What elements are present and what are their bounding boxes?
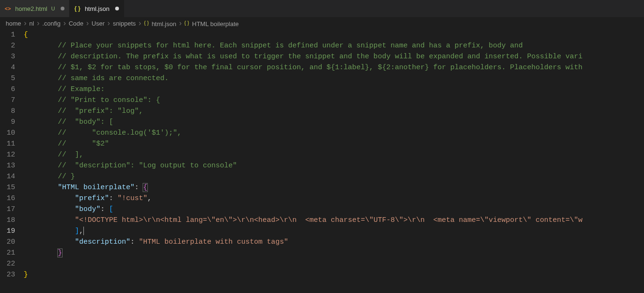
line-number: 12 — [3, 149, 15, 160]
code-line[interactable]: "HTML boilerplate": { — [24, 182, 644, 193]
line-number: 7 — [3, 95, 15, 106]
code-token: // "prefix": "log", — [58, 107, 143, 115]
code-line[interactable]: // description. The prefix is what is us… — [24, 51, 644, 62]
code-token: } — [24, 271, 28, 279]
unsaved-indicator-icon — [115, 7, 119, 10]
line-number: 18 — [3, 215, 15, 226]
code-line[interactable]: "<!DOCTYPE html>\r\n<html lang=\"en\">\r… — [24, 215, 644, 226]
breadcrumb-label: home — [6, 20, 21, 27]
code-token: } — [58, 249, 62, 257]
code-token: "prefix" — [75, 194, 109, 202]
line-number: 20 — [3, 237, 15, 247]
chevron-right-icon: › — [107, 19, 111, 27]
svg-text:{ }: { } — [74, 5, 81, 12]
breadcrumb: home›nl›.config›Code›User›snippets›{ }ht… — [0, 17, 644, 29]
code-content[interactable]: { // Place your snippets for html here. … — [24, 29, 644, 293]
code-token: // "Print to console": { — [58, 96, 160, 104]
code-token: "description" — [75, 238, 130, 246]
code-line[interactable]: // Example: — [24, 84, 644, 95]
code-line[interactable]: "prefix": "!cust", — [24, 193, 644, 204]
line-number: 1 — [3, 29, 15, 40]
chevron-right-icon: › — [85, 19, 90, 27]
chevron-right-icon: › — [36, 19, 40, 27]
code-token: // ], — [58, 151, 83, 159]
code-line[interactable]: // same ids are connected. — [24, 73, 644, 84]
code-line[interactable]: "description": "HTML boilerplate with cu… — [24, 237, 644, 247]
chevron-right-icon: › — [23, 19, 27, 27]
chevron-right-icon: › — [178, 19, 182, 27]
breadcrumb-item[interactable]: Code — [69, 20, 83, 27]
tab-label: home2.html — [15, 5, 47, 12]
code-token: { — [143, 183, 147, 192]
breadcrumb-label: snippets — [113, 20, 136, 27]
svg-text:{ }: { } — [184, 19, 189, 25]
code-token: : — [135, 183, 143, 192]
line-number-gutter: 1234567891011121314151617181920212223 — [0, 29, 24, 293]
code-token: // Place your snippets for html here. Ea… — [58, 42, 523, 50]
code-line[interactable]: // ], — [24, 149, 644, 160]
editor-tab-html-json[interactable]: { }html.json — [70, 0, 124, 17]
html-file-icon: <> — [5, 5, 12, 12]
code-token: "body" — [75, 205, 100, 213]
breadcrumb-label: User — [91, 20, 104, 27]
json-file-icon: { } — [74, 5, 82, 12]
line-number: 23 — [3, 269, 15, 280]
code-token: "HTML boilerplate with custom tags" — [139, 238, 288, 246]
code-line[interactable]: "body": [ — [24, 204, 644, 215]
breadcrumb-item[interactable]: nl — [29, 20, 34, 27]
code-token: "!cust" — [118, 194, 147, 202]
line-number: 13 — [3, 160, 15, 171]
line-number: 16 — [3, 193, 15, 204]
breadcrumb-item[interactable]: .config — [42, 20, 60, 27]
tab-vcs-status: U — [51, 6, 55, 11]
braces-icon: { } — [184, 19, 191, 26]
code-line[interactable]: // Place your snippets for html here. Ea… — [24, 40, 644, 51]
code-line[interactable]: // "$2" — [24, 138, 644, 149]
code-line[interactable]: { — [24, 29, 644, 40]
code-line[interactable] — [24, 258, 644, 269]
braces-icon: { } — [144, 19, 151, 26]
code-line[interactable]: // "Print to console": { — [24, 95, 644, 106]
code-token: // description. The prefix is what is us… — [58, 53, 582, 61]
code-token: , — [79, 227, 83, 235]
editor-tab-home2-html[interactable]: <>home2.htmlU — [0, 0, 70, 17]
code-token: // "description": "Log output to console… — [58, 162, 237, 170]
code-line[interactable]: // } — [24, 171, 644, 182]
code-token: "HTML boilerplate" — [58, 183, 135, 192]
breadcrumb-label: .config — [42, 20, 60, 27]
line-number: 5 — [3, 73, 15, 84]
line-number: 10 — [3, 128, 15, 138]
code-token: // same ids are connected. — [58, 74, 169, 82]
code-token: : — [109, 194, 118, 202]
line-number: 22 — [3, 258, 15, 269]
breadcrumb-item[interactable]: home — [6, 20, 21, 27]
code-token: "<!DOCTYPE html>\r\n<html lang=\"en\">\r… — [75, 216, 582, 224]
code-token: // } — [58, 173, 75, 181]
line-number: 9 — [3, 117, 15, 128]
code-token: // "$2" — [58, 140, 109, 148]
breadcrumb-item[interactable]: User — [91, 20, 104, 27]
code-line[interactable]: } — [24, 269, 644, 280]
code-line[interactable]: } — [24, 247, 644, 258]
code-line[interactable]: // $1, $2 for tab stops, $0 for the fina… — [24, 62, 644, 73]
breadcrumb-label: HTML boilerplate — [192, 20, 239, 27]
breadcrumb-item[interactable]: { }html.json — [144, 19, 176, 27]
line-number: 6 — [3, 84, 15, 95]
code-line[interactable]: // "console.log('$1');", — [24, 128, 644, 138]
code-line[interactable]: ], — [24, 226, 644, 237]
code-token: : — [130, 238, 139, 246]
code-token: // "console.log('$1');", — [58, 129, 181, 137]
code-editor[interactable]: 1234567891011121314151617181920212223 { … — [0, 29, 644, 293]
breadcrumb-item[interactable]: { }HTML boilerplate — [184, 19, 239, 27]
breadcrumb-item[interactable]: snippets — [113, 20, 136, 27]
svg-text:{ }: { } — [144, 19, 149, 25]
breadcrumb-label: Code — [69, 20, 83, 27]
line-number: 8 — [3, 106, 15, 117]
code-token: : — [100, 205, 109, 213]
line-number: 11 — [3, 138, 15, 149]
code-line[interactable]: // "prefix": "log", — [24, 106, 644, 117]
code-line[interactable]: // "body": [ — [24, 117, 644, 128]
text-cursor — [83, 227, 84, 235]
code-line[interactable]: // "description": "Log output to console… — [24, 160, 644, 171]
code-token: // $1, $2 for tab stops, $0 for the fina… — [58, 64, 582, 72]
